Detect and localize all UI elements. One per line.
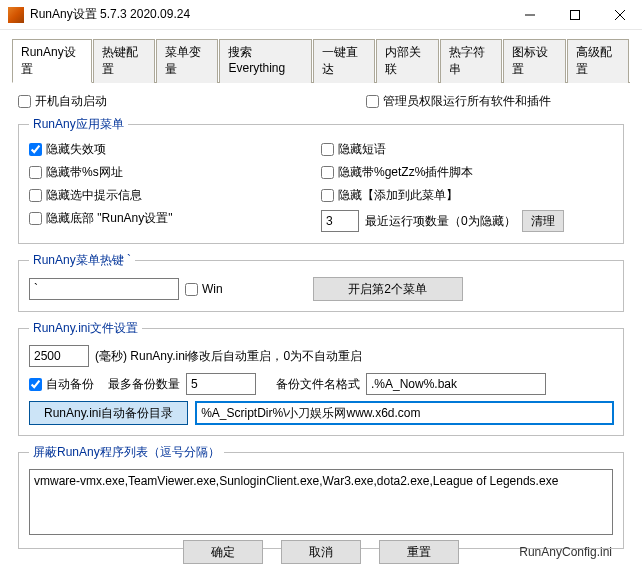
footer: 确定 取消 重置 RunAnyConfig.ini (0, 528, 642, 576)
checkbox-auto-backup[interactable]: 自动备份 (29, 376, 94, 393)
tab-bar: RunAny设置 热键配置 菜单变量 搜索Everything 一键直达 内部关… (12, 38, 630, 83)
tab-internal-assoc[interactable]: 内部关联 (376, 39, 438, 83)
checkbox-hide-bottom[interactable]: 隐藏底部 "RunAny设置" (29, 210, 321, 227)
checkbox-autostart[interactable]: 开机自动启动 (18, 93, 107, 110)
group-app-menu: RunAny应用菜单 隐藏失效项 隐藏带%s网址 隐藏选中提示信息 隐藏底部 "… (18, 116, 624, 244)
group-ini-settings: RunAny.ini文件设置 (毫秒) RunAny.ini修改后自动重启，0为… (18, 320, 624, 436)
legend-blocklist: 屏蔽RunAny程序列表（逗号分隔） (29, 444, 224, 461)
tab-runany-settings[interactable]: RunAny设置 (12, 39, 92, 83)
input-recent-count[interactable] (321, 210, 359, 232)
tab-hotstrings[interactable]: 热字符串 (440, 39, 502, 83)
titlebar: RunAny设置 5.7.3 2020.09.24 (0, 0, 642, 30)
app-icon (8, 7, 24, 23)
close-button[interactable] (597, 0, 642, 30)
tab-advanced[interactable]: 高级配置 (567, 39, 629, 83)
label-recent-count: 最近运行项数量（0为隐藏） (365, 213, 516, 230)
label-max-backup: 最多备份数量 (108, 376, 180, 393)
checkbox-hide-addto[interactable]: 隐藏【添加到此菜单】 (321, 187, 613, 204)
textarea-blocklist[interactable] (29, 469, 613, 535)
checkbox-hide-sel-prompt[interactable]: 隐藏选中提示信息 (29, 187, 321, 204)
checkbox-hide-short[interactable]: 隐藏短语 (321, 141, 613, 158)
reset-button[interactable]: 重置 (379, 540, 459, 564)
input-backup-dir[interactable] (196, 402, 613, 424)
config-filename: RunAnyConfig.ini (519, 545, 612, 559)
checkbox-win[interactable]: Win (185, 282, 223, 296)
legend-ini-settings: RunAny.ini文件设置 (29, 320, 142, 337)
input-restart-delay[interactable] (29, 345, 89, 367)
tab-menu-vars[interactable]: 菜单变量 (156, 39, 218, 83)
maximize-button[interactable] (552, 0, 597, 30)
open-second-menu-button[interactable]: 开启第2个菜单 (313, 277, 463, 301)
checkbox-hide-s-url[interactable]: 隐藏带%s网址 (29, 164, 321, 181)
window-title: RunAny设置 5.7.3 2020.09.24 (30, 6, 507, 23)
input-backup-format[interactable] (366, 373, 546, 395)
tab-search-everything[interactable]: 搜索Everything (219, 39, 312, 83)
clean-button[interactable]: 清理 (522, 210, 564, 232)
minimize-button[interactable] (507, 0, 552, 30)
cancel-button[interactable]: 取消 (281, 540, 361, 564)
tab-one-key[interactable]: 一键直达 (313, 39, 375, 83)
checkbox-admin-run[interactable]: 管理员权限运行所有软件和插件 (366, 93, 625, 110)
backup-dir-button[interactable]: RunAny.ini自动备份目录 (29, 401, 188, 425)
label-restart-delay: (毫秒) RunAny.ini修改后自动重启，0为不自动重启 (95, 348, 362, 365)
checkbox-hide-invalid[interactable]: 隐藏失效项 (29, 141, 321, 158)
svg-rect-1 (570, 10, 579, 19)
legend-app-menu: RunAny应用菜单 (29, 116, 128, 133)
tab-icon-settings[interactable]: 图标设置 (503, 39, 565, 83)
legend-hotkey: RunAny菜单热键 ` (29, 252, 135, 269)
ok-button[interactable]: 确定 (183, 540, 263, 564)
group-hotkey: RunAny菜单热键 ` Win 开启第2个菜单 (18, 252, 624, 312)
input-hotkey[interactable] (29, 278, 179, 300)
input-max-backup[interactable] (186, 373, 256, 395)
label-backup-format: 备份文件名格式 (276, 376, 360, 393)
tab-hotkey-config[interactable]: 热键配置 (93, 39, 155, 83)
checkbox-hide-getzz[interactable]: 隐藏带%getZz%插件脚本 (321, 164, 613, 181)
